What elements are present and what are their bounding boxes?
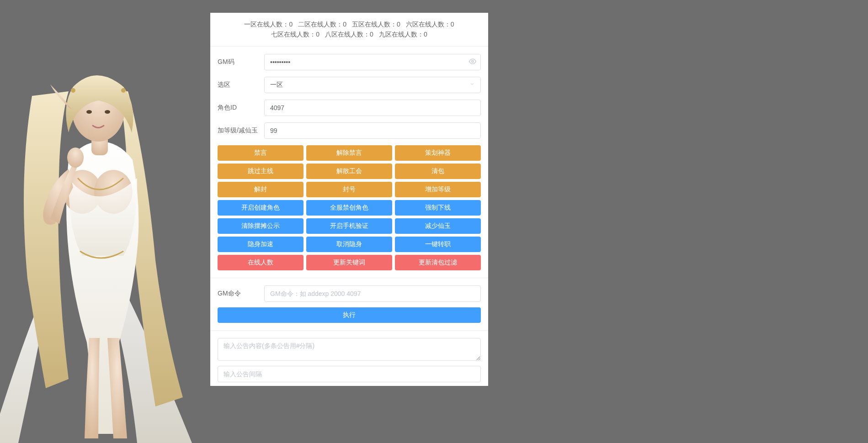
action-button[interactable]: 清除摆摊公示: [218, 218, 304, 234]
svg-point-1: [94, 170, 133, 214]
action-button[interactable]: 更新清包过滤: [395, 255, 481, 270]
announcement-interval-input[interactable]: [218, 366, 481, 382]
online-stat: 五区在线人数：0: [352, 19, 400, 29]
gm-command-section: GM命令 执行: [210, 278, 488, 331]
level-label: 加等级/减仙玉: [218, 127, 264, 135]
online-stat: 八区在线人数：0: [325, 29, 373, 39]
online-stat: 六区在线人数：0: [406, 19, 454, 29]
zone-select-value: 一区: [270, 81, 283, 89]
action-button[interactable]: 一键转职: [395, 237, 481, 252]
decorative-character-figure: [0, 41, 201, 443]
svg-point-8: [121, 88, 126, 93]
action-button[interactable]: 强制下线: [395, 200, 481, 216]
zone-label: 选区: [218, 81, 264, 89]
eye-icon[interactable]: [469, 58, 476, 66]
role-id-input[interactable]: [264, 100, 481, 116]
role-id-label: 角色ID: [218, 104, 264, 112]
online-stat: 二区在线人数：0: [298, 19, 346, 29]
svg-point-3: [72, 78, 125, 142]
action-button[interactable]: 解封: [218, 182, 304, 197]
gm-command-input[interactable]: [264, 285, 481, 302]
action-button[interactable]: 策划神器: [395, 145, 481, 161]
svg-point-4: [86, 110, 92, 114]
form-section: GM码 选区 一区 角色ID: [210, 47, 488, 278]
svg-point-5: [105, 110, 110, 114]
action-button[interactable]: 减少仙玉: [395, 218, 481, 234]
action-button[interactable]: 隐身加速: [218, 237, 304, 252]
admin-panel: 一区在线人数：0二区在线人数：0五区在线人数：0六区在线人数：0七区在线人数：0…: [210, 13, 488, 386]
action-button[interactable]: 开启手机验证: [306, 218, 392, 234]
online-stats-header: 一区在线人数：0二区在线人数：0五区在线人数：0六区在线人数：0七区在线人数：0…: [210, 13, 488, 47]
action-button[interactable]: 跳过主线: [218, 163, 304, 179]
svg-point-9: [472, 60, 474, 62]
svg-point-6: [67, 148, 84, 168]
action-button[interactable]: 在线人数: [218, 255, 304, 270]
action-button[interactable]: 全服禁创角色: [306, 200, 392, 216]
online-stat: 九区在线人数：0: [379, 29, 427, 39]
action-button-grid: 禁言解除禁言策划神器跳过主线解散工会清包解封封号增加等级开启创建角色全服禁创角色…: [218, 145, 481, 270]
level-input[interactable]: [264, 122, 481, 139]
announcement-content-input[interactable]: [218, 338, 481, 361]
gm-code-label: GM码: [218, 58, 264, 66]
action-button[interactable]: 解散工会: [306, 163, 392, 179]
action-button[interactable]: 增加等级: [395, 182, 481, 197]
action-button[interactable]: 开启创建角色: [218, 200, 304, 216]
action-button[interactable]: 取消隐身: [306, 237, 392, 252]
action-button[interactable]: 禁言: [218, 145, 304, 161]
execute-button[interactable]: 执行: [218, 307, 481, 323]
chevron-down-icon: [469, 81, 475, 88]
action-button[interactable]: 清包: [395, 163, 481, 179]
gm-command-label: GM命令: [218, 290, 264, 298]
online-stat: 一区在线人数：0: [244, 19, 293, 29]
announcement-section: [210, 331, 488, 386]
zone-select[interactable]: 一区: [264, 77, 481, 93]
gm-code-input[interactable]: [264, 54, 481, 70]
svg-point-0: [63, 170, 101, 214]
svg-rect-2: [91, 132, 108, 155]
action-button[interactable]: 更新关键词: [306, 255, 392, 270]
action-button[interactable]: 封号: [306, 182, 392, 197]
svg-point-7: [71, 88, 75, 93]
online-stat: 七区在线人数：0: [271, 29, 320, 39]
action-button[interactable]: 解除禁言: [306, 145, 392, 161]
